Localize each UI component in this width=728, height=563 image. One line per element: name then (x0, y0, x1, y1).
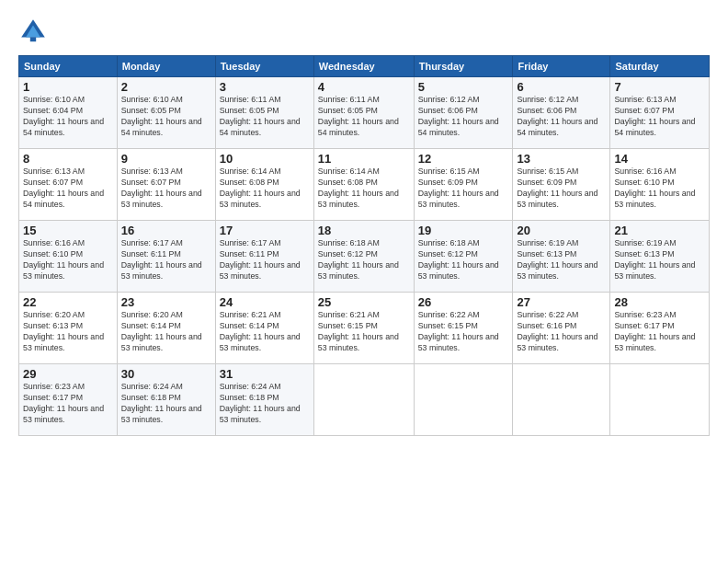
week-row-4: 22Sunrise: 6:20 AMSunset: 6:13 PMDayligh… (19, 293, 710, 364)
header-cell-tuesday: Tuesday (215, 56, 313, 77)
day-info: Sunrise: 6:22 AMSunset: 6:16 PMDaylight:… (517, 310, 606, 354)
day-cell (513, 364, 610, 436)
day-cell: 3Sunrise: 6:11 AMSunset: 6:05 PMDaylight… (215, 77, 313, 149)
day-cell (313, 364, 414, 436)
day-cell: 14Sunrise: 6:16 AMSunset: 6:10 PMDayligh… (610, 149, 710, 221)
day-info: Sunrise: 6:24 AMSunset: 6:18 PMDaylight:… (121, 382, 211, 426)
day-info: Sunrise: 6:16 AMSunset: 6:10 PMDaylight:… (614, 167, 705, 211)
day-cell: 7Sunrise: 6:13 AMSunset: 6:07 PMDaylight… (610, 77, 710, 149)
day-number: 23 (121, 295, 211, 309)
day-info: Sunrise: 6:16 AMSunset: 6:10 PMDaylight:… (23, 238, 113, 282)
day-cell: 5Sunrise: 6:12 AMSunset: 6:06 PMDaylight… (414, 77, 513, 149)
day-number: 21 (614, 224, 705, 237)
day-info: Sunrise: 6:11 AMSunset: 6:05 PMDaylight:… (318, 95, 410, 139)
day-info: Sunrise: 6:12 AMSunset: 6:06 PMDaylight:… (418, 95, 509, 139)
header-row: SundayMondayTuesdayWednesdayThursdayFrid… (19, 56, 710, 77)
header-cell-friday: Friday (513, 56, 610, 77)
day-cell: 20Sunrise: 6:19 AMSunset: 6:13 PMDayligh… (513, 221, 610, 293)
day-info: Sunrise: 6:20 AMSunset: 6:14 PMDaylight:… (121, 310, 211, 354)
day-number: 13 (517, 152, 606, 166)
day-number: 22 (23, 295, 113, 309)
day-number: 17 (220, 224, 310, 237)
day-info: Sunrise: 6:13 AMSunset: 6:07 PMDaylight:… (121, 167, 211, 211)
day-info: Sunrise: 6:18 AMSunset: 6:12 PMDaylight:… (418, 238, 509, 282)
day-number: 27 (517, 295, 606, 309)
day-number: 26 (418, 295, 509, 309)
day-cell (610, 364, 710, 436)
day-number: 10 (220, 152, 310, 166)
day-info: Sunrise: 6:22 AMSunset: 6:15 PMDaylight:… (418, 310, 509, 354)
day-cell: 2Sunrise: 6:10 AMSunset: 6:05 PMDaylight… (117, 77, 215, 149)
day-info: Sunrise: 6:20 AMSunset: 6:13 PMDaylight:… (23, 310, 113, 354)
day-cell: 11Sunrise: 6:14 AMSunset: 6:08 PMDayligh… (313, 149, 414, 221)
day-number: 9 (121, 152, 211, 166)
day-number: 14 (614, 152, 705, 166)
day-number: 2 (121, 80, 211, 94)
day-cell: 8Sunrise: 6:13 AMSunset: 6:07 PMDaylight… (19, 149, 118, 221)
day-info: Sunrise: 6:17 AMSunset: 6:11 PMDaylight:… (121, 238, 211, 282)
header-cell-thursday: Thursday (414, 56, 513, 77)
day-info: Sunrise: 6:11 AMSunset: 6:05 PMDaylight:… (220, 95, 310, 139)
day-number: 11 (318, 152, 410, 166)
day-number: 3 (220, 80, 310, 94)
day-number: 6 (517, 80, 606, 94)
day-number: 29 (23, 367, 113, 381)
day-number: 20 (517, 224, 606, 237)
day-cell: 18Sunrise: 6:18 AMSunset: 6:12 PMDayligh… (313, 221, 414, 293)
day-info: Sunrise: 6:15 AMSunset: 6:09 PMDaylight:… (418, 167, 509, 211)
header-cell-saturday: Saturday (610, 56, 710, 77)
day-number: 24 (220, 295, 310, 309)
svg-rect-2 (30, 37, 36, 41)
day-cell: 1Sunrise: 6:10 AMSunset: 6:04 PMDaylight… (19, 77, 118, 149)
day-number: 18 (318, 224, 410, 237)
day-number: 25 (318, 295, 410, 309)
day-cell: 30Sunrise: 6:24 AMSunset: 6:18 PMDayligh… (117, 364, 215, 436)
day-cell: 22Sunrise: 6:20 AMSunset: 6:13 PMDayligh… (19, 293, 118, 364)
day-info: Sunrise: 6:19 AMSunset: 6:13 PMDaylight:… (517, 238, 606, 282)
day-cell: 16Sunrise: 6:17 AMSunset: 6:11 PMDayligh… (117, 221, 215, 293)
day-cell: 25Sunrise: 6:21 AMSunset: 6:15 PMDayligh… (313, 293, 414, 364)
day-cell: 10Sunrise: 6:14 AMSunset: 6:08 PMDayligh… (215, 149, 313, 221)
day-cell: 15Sunrise: 6:16 AMSunset: 6:10 PMDayligh… (19, 221, 118, 293)
header (18, 17, 710, 46)
day-info: Sunrise: 6:17 AMSunset: 6:11 PMDaylight:… (220, 238, 310, 282)
header-cell-monday: Monday (117, 56, 215, 77)
day-cell: 24Sunrise: 6:21 AMSunset: 6:14 PMDayligh… (215, 293, 313, 364)
day-info: Sunrise: 6:14 AMSunset: 6:08 PMDaylight:… (220, 167, 310, 211)
day-info: Sunrise: 6:13 AMSunset: 6:07 PMDaylight:… (23, 167, 113, 211)
calendar-header: SundayMondayTuesdayWednesdayThursdayFrid… (19, 56, 710, 77)
day-info: Sunrise: 6:12 AMSunset: 6:06 PMDaylight:… (517, 95, 606, 139)
day-info: Sunrise: 6:15 AMSunset: 6:09 PMDaylight:… (517, 167, 606, 211)
logo (18, 17, 51, 46)
header-cell-sunday: Sunday (19, 56, 118, 77)
day-number: 12 (418, 152, 509, 166)
day-cell: 21Sunrise: 6:19 AMSunset: 6:13 PMDayligh… (610, 221, 710, 293)
day-cell: 28Sunrise: 6:23 AMSunset: 6:17 PMDayligh… (610, 293, 710, 364)
day-info: Sunrise: 6:24 AMSunset: 6:18 PMDaylight:… (220, 382, 310, 426)
day-cell: 29Sunrise: 6:23 AMSunset: 6:17 PMDayligh… (19, 364, 118, 436)
day-number: 31 (220, 367, 310, 381)
day-number: 16 (121, 224, 211, 237)
day-cell: 19Sunrise: 6:18 AMSunset: 6:12 PMDayligh… (414, 221, 513, 293)
day-cell: 31Sunrise: 6:24 AMSunset: 6:18 PMDayligh… (215, 364, 313, 436)
day-cell: 12Sunrise: 6:15 AMSunset: 6:09 PMDayligh… (414, 149, 513, 221)
calendar-table: SundayMondayTuesdayWednesdayThursdayFrid… (18, 55, 710, 436)
day-cell: 13Sunrise: 6:15 AMSunset: 6:09 PMDayligh… (513, 149, 610, 221)
day-number: 19 (418, 224, 509, 237)
day-cell: 6Sunrise: 6:12 AMSunset: 6:06 PMDaylight… (513, 77, 610, 149)
week-row-3: 15Sunrise: 6:16 AMSunset: 6:10 PMDayligh… (19, 221, 710, 293)
day-cell: 26Sunrise: 6:22 AMSunset: 6:15 PMDayligh… (414, 293, 513, 364)
day-info: Sunrise: 6:10 AMSunset: 6:05 PMDaylight:… (121, 95, 211, 139)
page: SundayMondayTuesdayWednesdayThursdayFrid… (0, 0, 728, 445)
day-cell: 27Sunrise: 6:22 AMSunset: 6:16 PMDayligh… (513, 293, 610, 364)
day-number: 28 (614, 295, 705, 309)
week-row-5: 29Sunrise: 6:23 AMSunset: 6:17 PMDayligh… (19, 364, 710, 436)
day-cell: 17Sunrise: 6:17 AMSunset: 6:11 PMDayligh… (215, 221, 313, 293)
day-number: 15 (23, 224, 113, 237)
logo-icon (18, 17, 48, 46)
day-info: Sunrise: 6:21 AMSunset: 6:15 PMDaylight:… (318, 310, 410, 354)
day-number: 7 (614, 80, 705, 94)
calendar-body: 1Sunrise: 6:10 AMSunset: 6:04 PMDaylight… (19, 77, 710, 436)
week-row-1: 1Sunrise: 6:10 AMSunset: 6:04 PMDaylight… (19, 77, 710, 149)
day-info: Sunrise: 6:13 AMSunset: 6:07 PMDaylight:… (614, 95, 705, 139)
